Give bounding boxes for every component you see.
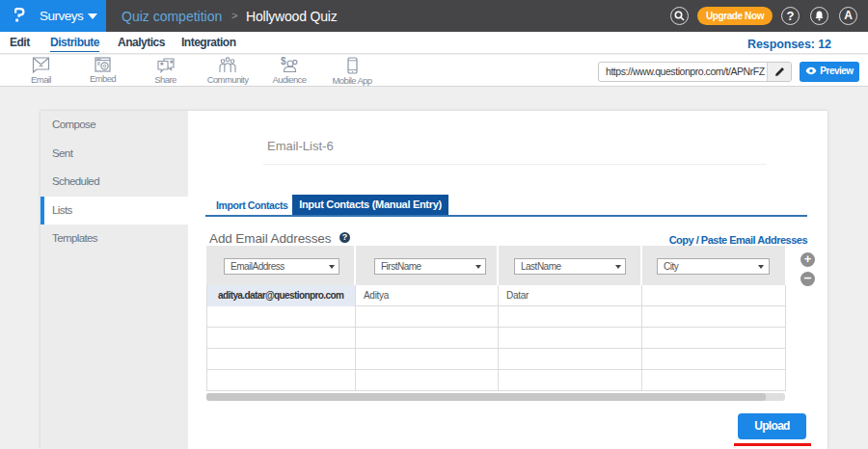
svg-text:$: $ <box>281 57 286 66</box>
